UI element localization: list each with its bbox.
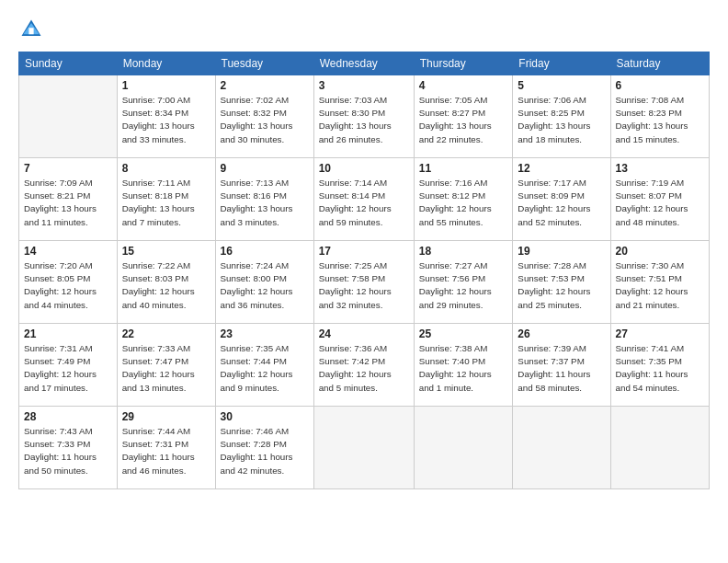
day-info: Sunrise: 7:24 AM Sunset: 8:00 PM Dayligh…	[221, 259, 309, 312]
day-info: Sunrise: 7:25 AM Sunset: 7:58 PM Dayligh…	[319, 259, 409, 312]
day-number: 2	[221, 79, 309, 92]
calendar-header-saturday: Saturday	[610, 52, 709, 75]
calendar-header-wednesday: Wednesday	[313, 52, 414, 75]
calendar-cell: 4Sunrise: 7:05 AM Sunset: 8:27 PM Daylig…	[414, 75, 513, 158]
calendar-cell: 14Sunrise: 7:20 AM Sunset: 8:05 PM Dayli…	[19, 241, 118, 324]
svg-rect-2	[28, 28, 33, 34]
day-number: 14	[24, 245, 112, 258]
day-number: 16	[221, 245, 309, 258]
day-info: Sunrise: 7:44 AM Sunset: 7:31 PM Dayligh…	[122, 425, 210, 477]
day-info: Sunrise: 7:17 AM Sunset: 8:09 PM Dayligh…	[518, 177, 605, 229]
day-number: 30	[221, 410, 309, 423]
calendar-header-sunday: Sunday	[19, 52, 118, 75]
calendar-cell: 7Sunrise: 7:09 AM Sunset: 8:21 PM Daylig…	[19, 158, 118, 241]
day-number: 4	[419, 79, 508, 92]
day-info: Sunrise: 7:09 AM Sunset: 8:21 PM Dayligh…	[24, 177, 112, 229]
day-number: 29	[122, 410, 210, 423]
calendar-cell: 25Sunrise: 7:38 AM Sunset: 7:40 PM Dayli…	[414, 324, 513, 407]
day-info: Sunrise: 7:28 AM Sunset: 7:53 PM Dayligh…	[518, 259, 605, 312]
day-number: 12	[518, 162, 605, 175]
day-info: Sunrise: 7:00 AM Sunset: 8:34 PM Dayligh…	[122, 94, 210, 146]
calendar-cell: 12Sunrise: 7:17 AM Sunset: 8:09 PM Dayli…	[513, 158, 610, 241]
day-number: 10	[319, 162, 409, 175]
calendar-cell	[414, 407, 513, 489]
day-info: Sunrise: 7:39 AM Sunset: 7:37 PM Dayligh…	[518, 342, 605, 395]
day-info: Sunrise: 7:35 AM Sunset: 7:44 PM Dayligh…	[221, 342, 309, 395]
calendar-week-4: 21Sunrise: 7:31 AM Sunset: 7:49 PM Dayli…	[19, 324, 710, 407]
calendar-cell: 13Sunrise: 7:19 AM Sunset: 8:07 PM Dayli…	[610, 158, 709, 241]
day-number: 6	[616, 79, 704, 92]
calendar-cell: 29Sunrise: 7:44 AM Sunset: 7:31 PM Dayli…	[117, 407, 215, 489]
calendar-cell: 8Sunrise: 7:11 AM Sunset: 8:18 PM Daylig…	[117, 158, 215, 241]
calendar-header-monday: Monday	[117, 52, 215, 75]
day-number: 5	[518, 79, 605, 92]
day-number: 22	[122, 327, 210, 340]
day-number: 19	[518, 245, 605, 258]
day-info: Sunrise: 7:43 AM Sunset: 7:33 PM Dayligh…	[24, 425, 112, 477]
day-number: 18	[419, 245, 508, 258]
day-number: 25	[419, 327, 508, 340]
day-info: Sunrise: 7:31 AM Sunset: 7:49 PM Dayligh…	[24, 342, 112, 395]
day-info: Sunrise: 7:46 AM Sunset: 7:28 PM Dayligh…	[221, 425, 309, 477]
calendar-cell: 10Sunrise: 7:14 AM Sunset: 8:14 PM Dayli…	[313, 158, 414, 241]
calendar-cell: 27Sunrise: 7:41 AM Sunset: 7:35 PM Dayli…	[610, 324, 709, 407]
logo-icon	[18, 17, 44, 42]
day-info: Sunrise: 7:36 AM Sunset: 7:42 PM Dayligh…	[319, 342, 409, 395]
calendar-cell: 17Sunrise: 7:25 AM Sunset: 7:58 PM Dayli…	[313, 241, 414, 324]
calendar-cell: 22Sunrise: 7:33 AM Sunset: 7:47 PM Dayli…	[117, 324, 215, 407]
day-info: Sunrise: 7:16 AM Sunset: 8:12 PM Dayligh…	[419, 177, 508, 229]
day-number: 17	[319, 245, 409, 258]
day-info: Sunrise: 7:05 AM Sunset: 8:27 PM Dayligh…	[419, 94, 508, 146]
day-number: 27	[616, 327, 704, 340]
day-number: 23	[221, 327, 309, 340]
calendar-cell: 6Sunrise: 7:08 AM Sunset: 8:23 PM Daylig…	[610, 75, 709, 158]
day-number: 3	[319, 79, 409, 92]
day-info: Sunrise: 7:13 AM Sunset: 8:16 PM Dayligh…	[221, 177, 309, 229]
day-info: Sunrise: 7:27 AM Sunset: 7:56 PM Dayligh…	[419, 259, 508, 312]
calendar-table: SundayMondayTuesdayWednesdayThursdayFrid…	[18, 52, 710, 489]
calendar-week-3: 14Sunrise: 7:20 AM Sunset: 8:05 PM Dayli…	[19, 241, 710, 324]
day-number: 26	[518, 327, 605, 340]
day-info: Sunrise: 7:22 AM Sunset: 8:03 PM Dayligh…	[122, 259, 210, 312]
day-info: Sunrise: 7:41 AM Sunset: 7:35 PM Dayligh…	[616, 342, 704, 395]
calendar-cell: 24Sunrise: 7:36 AM Sunset: 7:42 PM Dayli…	[313, 324, 414, 407]
calendar-header-row: SundayMondayTuesdayWednesdayThursdayFrid…	[19, 52, 710, 75]
calendar-week-5: 28Sunrise: 7:43 AM Sunset: 7:33 PM Dayli…	[19, 407, 710, 489]
day-info: Sunrise: 7:11 AM Sunset: 8:18 PM Dayligh…	[122, 177, 210, 229]
calendar-cell: 19Sunrise: 7:28 AM Sunset: 7:53 PM Dayli…	[513, 241, 610, 324]
day-number: 21	[24, 327, 112, 340]
day-number: 11	[419, 162, 508, 175]
calendar-cell: 23Sunrise: 7:35 AM Sunset: 7:44 PM Dayli…	[215, 324, 313, 407]
calendar-cell	[610, 407, 709, 489]
day-info: Sunrise: 7:03 AM Sunset: 8:30 PM Dayligh…	[319, 94, 409, 146]
day-number: 28	[24, 410, 112, 423]
day-info: Sunrise: 7:38 AM Sunset: 7:40 PM Dayligh…	[419, 342, 508, 395]
day-number: 8	[122, 162, 210, 175]
calendar-cell: 5Sunrise: 7:06 AM Sunset: 8:25 PM Daylig…	[513, 75, 610, 158]
header	[18, 17, 710, 42]
calendar-cell: 18Sunrise: 7:27 AM Sunset: 7:56 PM Dayli…	[414, 241, 513, 324]
calendar-header-friday: Friday	[513, 52, 610, 75]
calendar-cell	[513, 407, 610, 489]
day-number: 24	[319, 327, 409, 340]
page: SundayMondayTuesdayWednesdayThursdayFrid…	[0, 0, 728, 563]
calendar-cell: 21Sunrise: 7:31 AM Sunset: 7:49 PM Dayli…	[19, 324, 118, 407]
day-info: Sunrise: 7:19 AM Sunset: 8:07 PM Dayligh…	[616, 177, 704, 229]
calendar-cell	[19, 75, 118, 158]
calendar-cell: 2Sunrise: 7:02 AM Sunset: 8:32 PM Daylig…	[215, 75, 313, 158]
calendar-cell: 11Sunrise: 7:16 AM Sunset: 8:12 PM Dayli…	[414, 158, 513, 241]
day-number: 7	[24, 162, 112, 175]
day-info: Sunrise: 7:20 AM Sunset: 8:05 PM Dayligh…	[24, 259, 112, 312]
day-number: 1	[122, 79, 210, 92]
calendar-week-2: 7Sunrise: 7:09 AM Sunset: 8:21 PM Daylig…	[19, 158, 710, 241]
calendar-cell: 3Sunrise: 7:03 AM Sunset: 8:30 PM Daylig…	[313, 75, 414, 158]
day-info: Sunrise: 7:08 AM Sunset: 8:23 PM Dayligh…	[616, 94, 704, 146]
day-number: 15	[122, 245, 210, 258]
day-number: 13	[616, 162, 704, 175]
calendar-cell: 15Sunrise: 7:22 AM Sunset: 8:03 PM Dayli…	[117, 241, 215, 324]
calendar-cell: 9Sunrise: 7:13 AM Sunset: 8:16 PM Daylig…	[215, 158, 313, 241]
calendar-header-tuesday: Tuesday	[215, 52, 313, 75]
calendar-cell: 26Sunrise: 7:39 AM Sunset: 7:37 PM Dayli…	[513, 324, 610, 407]
day-info: Sunrise: 7:14 AM Sunset: 8:14 PM Dayligh…	[319, 177, 409, 229]
calendar-cell: 20Sunrise: 7:30 AM Sunset: 7:51 PM Dayli…	[610, 241, 709, 324]
